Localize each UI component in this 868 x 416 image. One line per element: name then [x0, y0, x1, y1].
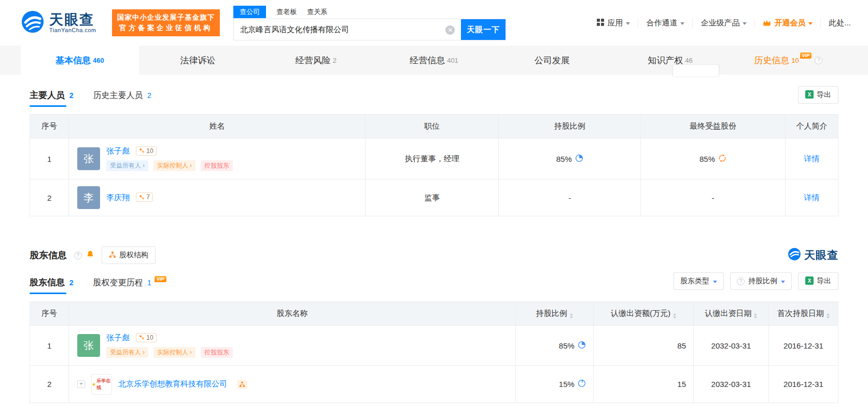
- ratio-filter-select[interactable]: ? 持股比例: [730, 272, 792, 290]
- tag-controlling-shareholder[interactable]: 控股股东: [201, 347, 233, 358]
- tab-legal-label: 法律诉讼: [180, 54, 216, 66]
- shareholders-title: 股东信息: [30, 249, 67, 261]
- tab-equity-change-history[interactable]: 股权变更历程 1 VIP: [93, 278, 166, 294]
- search-tab-boss[interactable]: 查老板: [276, 7, 297, 17]
- ratio-cell: -: [499, 179, 641, 216]
- tab-operation-risk[interactable]: 经营风险 2: [257, 46, 375, 75]
- row-index: 1: [30, 138, 69, 179]
- profile-cell: 详情: [786, 179, 838, 216]
- tianyancha-watermark-logo: 天眼查: [788, 247, 838, 263]
- grid-icon: [597, 19, 604, 27]
- tab-basic-info-label: 基本信息: [55, 54, 91, 66]
- relation-count-badge[interactable]: 10: [136, 146, 156, 156]
- nav-enterprise-products[interactable]: 企业级产品: [692, 18, 754, 28]
- tab-history-members[interactable]: 历史主要人员 2: [93, 90, 151, 107]
- relation-count-badge[interactable]: 7: [136, 192, 153, 202]
- tab-basic-info[interactable]: 基本信息 460: [21, 46, 139, 75]
- table-row: 2 + ★ 乐学在线 北京乐学创想教育科技有限公司: [30, 366, 838, 403]
- pie-chart-icon[interactable]: [578, 379, 586, 389]
- col-index: 序号: [30, 302, 69, 326]
- help-icon[interactable]: ?: [74, 252, 82, 259]
- person-link[interactable]: 李庆翔: [106, 193, 130, 202]
- search-tab-company[interactable]: 查公司: [233, 6, 266, 18]
- help-icon[interactable]: ?: [815, 57, 822, 64]
- relation-graph-icon: [139, 148, 145, 154]
- profile-cell: 详情: [786, 138, 838, 179]
- col-ratio[interactable]: 持股比例: [515, 302, 593, 326]
- shareholder-type-select[interactable]: 股东类型: [674, 272, 724, 290]
- final-benefit-cell: -: [641, 179, 786, 216]
- shareholders-export-label: 导出: [817, 276, 831, 286]
- members-table-header-row: 序号 姓名 职位 持股比例 最终受益股份 个人简介: [30, 115, 838, 138]
- detail-link[interactable]: 详情: [804, 154, 820, 163]
- equity-structure-chip[interactable]: [237, 380, 247, 389]
- search-input[interactable]: [234, 19, 461, 40]
- search-button[interactable]: 天眼一下: [461, 19, 506, 40]
- subscribe-date-cell: 2032-03-31: [694, 366, 769, 403]
- tab-legal[interactable]: 法律诉讼: [139, 46, 257, 75]
- nav-more[interactable]: 此处...: [820, 18, 859, 28]
- tianyancha-swoosh-icon: [788, 247, 801, 263]
- nav-cooperation-label: 合作通道: [646, 18, 677, 28]
- nav-open-vip[interactable]: 开通会员: [754, 18, 820, 28]
- members-tabs-row: 主要人员 2 历史主要人员 2 X 导出: [30, 86, 838, 107]
- nav-apps[interactable]: 应用: [589, 18, 638, 28]
- vip-badge: VIP: [155, 276, 166, 282]
- members-export-button[interactable]: X 导出: [798, 86, 838, 104]
- shareholders-export-button[interactable]: X 导出: [798, 272, 838, 290]
- tab-operation-info[interactable]: 经营信息 401: [375, 46, 493, 75]
- subscribe-date-cell: 2032-03-31: [694, 326, 769, 366]
- col-subscribed-amount[interactable]: 认缴出资额(万元): [593, 302, 693, 326]
- shareholder-name-cell: + ★ 乐学在线 北京乐学创想教育科技有限公司: [69, 366, 516, 403]
- tab-key-members[interactable]: 主要人员 2: [30, 89, 74, 107]
- person-link[interactable]: 张子彪: [106, 333, 130, 342]
- table-row: 1 张 张子彪 10: [30, 138, 838, 179]
- col-first-hold-date[interactable]: 首次持股日期: [768, 302, 838, 326]
- ratio-filter-label: 持股比例: [748, 276, 777, 286]
- sort-icon[interactable]: [827, 313, 830, 318]
- avatar: 张: [77, 147, 100, 170]
- tab-equity-change-label: 股权变更历程: [93, 278, 143, 287]
- expand-row-icon[interactable]: +: [77, 380, 85, 388]
- tag-beneficial-owner[interactable]: 受益所有人: [106, 347, 148, 358]
- benefit-cycle-icon[interactable]: [718, 154, 726, 164]
- nav-cooperation[interactable]: 合作通道: [638, 18, 692, 28]
- company-tab-bar: 基本信息 460 法律诉讼 经营风险 2 经营信息 401 公司发展 知识产权 …: [0, 46, 868, 75]
- sort-icon[interactable]: [570, 313, 573, 318]
- tag-beneficial-owner[interactable]: 受益所有人: [106, 160, 148, 171]
- col-subscribe-date[interactable]: 认缴出资日期: [694, 302, 769, 326]
- pie-chart-icon[interactable]: [575, 154, 583, 164]
- tab-history-info[interactable]: 历史信息 10 VIP ?: [729, 46, 847, 75]
- shareholders-table-header-row: 序号 股东名称 持股比例 认缴出资额(万元) 认缴出资日期 首次持股日期: [30, 302, 838, 326]
- company-link[interactable]: 北京乐学创想教育科技有限公司: [118, 379, 227, 389]
- top-header: 天眼查 TianYanCha.com 国家中小企业发展子基金旗下 官方备案企业征…: [0, 0, 868, 46]
- org-chart-icon: [239, 381, 245, 387]
- table-row: 1 张 张子彪 10: [30, 326, 838, 366]
- col-final-benefit: 最终受益股份: [641, 115, 786, 138]
- tab-company-development[interactable]: 公司发展: [493, 46, 611, 75]
- equity-structure-button[interactable]: 股权结构: [102, 246, 156, 264]
- search-tab-relation[interactable]: 查关系: [307, 7, 327, 17]
- pie-chart-icon[interactable]: [578, 341, 586, 351]
- relation-count: 10: [146, 334, 153, 341]
- bell-icon[interactable]: [86, 250, 94, 260]
- sort-icon[interactable]: [754, 313, 757, 318]
- excel-icon: X: [805, 276, 814, 286]
- cutoff-floating-button[interactable]: [673, 64, 719, 76]
- col-ratio-label: 持股比例: [536, 309, 567, 317]
- detail-link[interactable]: 详情: [804, 193, 820, 202]
- tianyancha-logo[interactable]: 天眼查 TianYanCha.com: [21, 10, 96, 36]
- row-index: 2: [30, 366, 69, 403]
- sort-icon[interactable]: [673, 313, 676, 318]
- tab-history-members-count: 2: [147, 91, 151, 100]
- gov-badge-line1: 国家中小企业发展子基金旗下: [117, 12, 215, 23]
- tag-controlling-shareholder[interactable]: 控股股东: [201, 160, 233, 171]
- person-link[interactable]: 张子彪: [106, 146, 130, 155]
- tab-intellectual-property-count: 46: [685, 57, 692, 64]
- relation-count-badge[interactable]: 10: [136, 333, 156, 342]
- tag-actual-controller[interactable]: 实际控制人: [153, 160, 195, 171]
- tag-actual-controller[interactable]: 实际控制人: [153, 347, 195, 358]
- tab-shareholder-info[interactable]: 股东信息 2: [30, 276, 74, 294]
- tab-operation-risk-count: 2: [333, 57, 337, 64]
- nav-enterprise-products-label: 企业级产品: [701, 18, 739, 28]
